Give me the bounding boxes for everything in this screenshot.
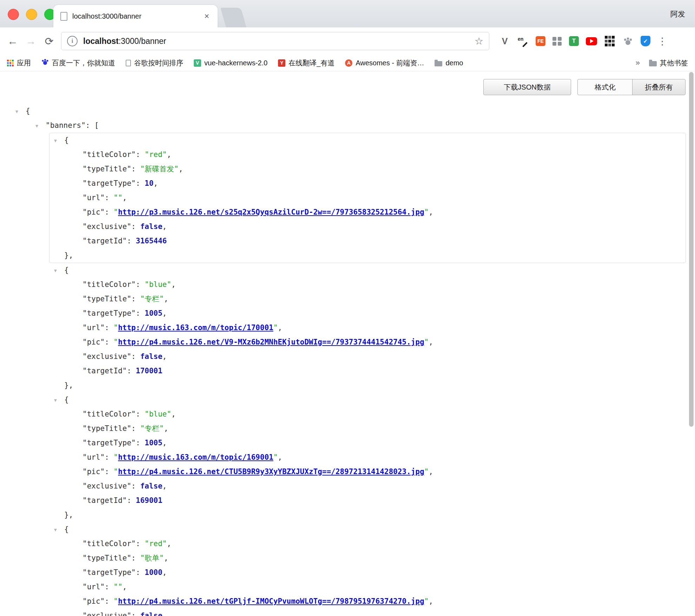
other-bookmarks-folder[interactable]: 其他书签: [649, 58, 688, 68]
translate-extension-icon[interactable]: en: [517, 35, 529, 47]
collapse-all-button[interactable]: 折叠所有: [632, 79, 686, 95]
json-punctuation: ,: [429, 597, 433, 605]
json-punctuation: :: [131, 482, 140, 490]
browser-tab[interactable]: localhost:3000/banner ×: [53, 5, 218, 27]
forward-icon[interactable]: →: [22, 35, 40, 47]
json-punctuation: :: [136, 280, 145, 289]
bookmarks-overflow-chevron[interactable]: »: [636, 58, 640, 67]
json-line: },: [0, 508, 686, 522]
collapse-toggle-icon[interactable]: ▼: [13, 104, 21, 119]
json-link-value[interactable]: http://p3.music.126.net/s25q2x5QyqsAzilC…: [118, 208, 424, 216]
json-punctuation: ,: [164, 554, 168, 562]
json-string: "专栏": [140, 295, 164, 303]
json-string: "": [114, 194, 123, 202]
json-punctuation: ,: [278, 323, 282, 332]
sitemap-extension-icon[interactable]: [552, 37, 562, 46]
format-button[interactable]: 格式化: [577, 79, 633, 95]
vertical-scrollbar[interactable]: [689, 72, 694, 427]
bookmarks-right-group: » 其他书签: [636, 58, 688, 68]
json-line: "exclusive": false,: [0, 479, 686, 493]
json-key: "typeTitle": [82, 295, 131, 303]
json-line: "typeTitle": "专栏",: [0, 292, 686, 306]
json-line: ▼"banners": [: [0, 118, 686, 133]
minimize-window-button[interactable]: [26, 9, 37, 20]
bookmark-google-sort[interactable]: 谷歌按时间排序: [126, 58, 183, 68]
vue-v-icon: V: [194, 59, 201, 67]
json-quote: ": [114, 323, 118, 332]
profile-name[interactable]: 阿发: [670, 9, 685, 19]
fe-extension-icon[interactable]: FE: [536, 36, 545, 46]
json-punctuation: :: [86, 121, 94, 130]
json-punctuation: ,: [163, 309, 167, 317]
url-text[interactable]: localhost:3000/banner: [83, 37, 475, 46]
bookmark-apps[interactable]: 应用: [7, 58, 31, 68]
page-info-icon[interactable]: i: [67, 36, 78, 46]
youdao-y-icon: Y: [278, 59, 285, 67]
json-quote: ": [424, 467, 429, 476]
bookmark-awesomes[interactable]: A Awesomes - 前端资…: [345, 58, 424, 68]
browser-menu-icon[interactable]: ⋮: [657, 35, 667, 47]
json-link-value[interactable]: http://music.163.com/m/topic/169001: [118, 453, 273, 461]
vimium-extension-icon[interactable]: V: [499, 35, 510, 47]
collapse-toggle-icon[interactable]: ▼: [33, 119, 41, 133]
json-number: 10: [145, 179, 153, 188]
json-key: "exclusive": [82, 222, 131, 231]
json-key: "url": [82, 323, 105, 332]
json-line: "targetType": 1000,: [0, 565, 686, 580]
json-key: "typeTitle": [82, 554, 131, 562]
json-number: 1000: [145, 568, 163, 577]
navigation-bar: ← → ⟳ i localhost:3000/banner ☆ V en FE …: [0, 27, 695, 55]
close-tab-icon[interactable]: ×: [203, 11, 211, 21]
json-punctuation: :: [131, 222, 140, 231]
bookmark-youdao-translate[interactable]: Y 在线翻译_有道: [278, 58, 335, 68]
security-shield-extension-icon[interactable]: ✓: [641, 36, 650, 46]
paw-extension-icon[interactable]: [622, 35, 634, 47]
json-punctuation: ,: [163, 611, 167, 616]
json-line: },: [0, 378, 686, 393]
json-punctuation: ,: [167, 150, 171, 159]
json-line: },: [49, 248, 686, 263]
collapse-toggle-icon[interactable]: ▼: [52, 263, 59, 278]
json-punctuation: :: [105, 194, 113, 202]
json-line: "targetType": 1005,: [0, 306, 686, 321]
new-tab-button[interactable]: [220, 8, 246, 27]
bookmark-baidu[interactable]: 百度一下，你就知道: [41, 58, 115, 68]
awesomes-a-icon: A: [345, 59, 352, 67]
json-punctuation: {: [64, 136, 69, 144]
collapse-toggle-icon[interactable]: ▼: [52, 393, 59, 407]
json-link-value[interactable]: http://p4.music.126.net/V9-MXz6b2MNhEKju…: [118, 338, 424, 346]
back-icon[interactable]: ←: [4, 35, 22, 47]
bookmark-label: demo: [445, 59, 463, 67]
collapse-toggle-icon[interactable]: ▼: [52, 523, 59, 537]
json-key: "pic": [82, 597, 105, 605]
download-json-button[interactable]: 下载JSON数据: [483, 79, 571, 95]
page-content: 下载JSON数据 格式化 折叠所有 ▼{▼"banners": [▼{"titl…: [0, 71, 695, 616]
json-link-value[interactable]: http://music.163.com/m/topic/170001: [118, 323, 273, 332]
json-key: "titleColor": [82, 410, 136, 418]
t-shield-extension-icon[interactable]: T: [569, 36, 579, 46]
close-window-button[interactable]: [8, 9, 19, 20]
json-punctuation: :: [136, 539, 145, 548]
json-punctuation: :: [105, 323, 113, 332]
json-punctuation: :: [105, 208, 113, 216]
json-number: 3165446: [136, 237, 167, 245]
qr-code-extension-icon[interactable]: [604, 35, 615, 47]
json-boolean: false: [140, 611, 162, 616]
json-punctuation: :: [131, 424, 140, 433]
collapse-toggle-icon[interactable]: ▼: [52, 133, 59, 148]
youtube-extension-icon[interactable]: [586, 37, 597, 45]
reload-icon[interactable]: ⟳: [40, 35, 58, 47]
json-key: "pic": [82, 208, 105, 216]
bookmark-vue-hackernews[interactable]: V vue-hackernews-2.0: [194, 59, 267, 67]
json-quote: ": [114, 208, 118, 216]
json-link-value[interactable]: http://p4.music.126.net/tGPljf-IMOCyPvum…: [118, 597, 424, 605]
bookmark-star-icon[interactable]: ☆: [475, 35, 483, 47]
bookmark-demo-folder[interactable]: demo: [435, 59, 463, 67]
json-string: "新碟首发": [140, 165, 178, 173]
address-bar[interactable]: i localhost:3000/banner ☆: [61, 32, 489, 50]
json-key: "url": [82, 453, 105, 461]
json-link-value[interactable]: http://p4.music.126.net/CTU5B9R9y3XyYBZX…: [118, 467, 424, 476]
json-punctuation: ,: [163, 568, 167, 577]
json-punctuation: },: [64, 251, 73, 260]
json-quote: ": [114, 597, 118, 605]
